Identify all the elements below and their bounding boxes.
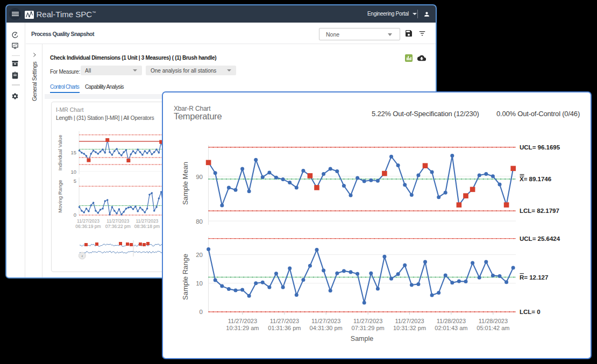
svg-text:Sample Range: Sample Range (181, 254, 189, 300)
svg-text:Sample Mean: Sample Mean (181, 162, 189, 205)
svg-text:Moving Range: Moving Range (57, 180, 63, 212)
svg-text:04:31:30 pm: 04:31:30 pm (310, 325, 343, 331)
svg-text:Length | (31) Station [I-MR] |: Length | (31) Station [I-MR] | All Opera… (56, 115, 154, 121)
svg-text:R= 12.127: R= 12.127 (520, 274, 548, 281)
svg-text:11/28/2023: 11/28/2023 (479, 318, 508, 324)
svg-text:15: 15 (70, 149, 76, 155)
svg-text:11/27/2023: 11/27/2023 (77, 218, 99, 224)
svg-text:80: 80 (196, 218, 203, 225)
svg-text:LCL= 0: LCL= 0 (520, 309, 541, 315)
svg-text:10:31:32 pm: 10:31:32 pm (393, 325, 426, 331)
svg-text:‹: ‹ (81, 254, 83, 259)
svg-text:10: 10 (70, 169, 76, 175)
svg-text:20: 20 (196, 252, 203, 258)
svg-text:06:36:19 pm: 06:36:19 pm (75, 224, 101, 229)
svg-text:11/27/2023: 11/27/2023 (136, 218, 158, 224)
svg-text:90: 90 (196, 174, 203, 180)
svg-text:I-MR Chart: I-MR Chart (56, 106, 83, 113)
svg-text:11/27/2023: 11/27/2023 (311, 318, 340, 324)
svg-text:0: 0 (200, 309, 203, 315)
svg-text:05:01:42 am: 05:01:42 am (477, 325, 509, 331)
svg-text:Individual Value: Individual Value (57, 135, 63, 170)
svg-text:11/27/2023: 11/27/2023 (270, 318, 299, 324)
svg-text:07:36:22 pm: 07:36:22 pm (105, 224, 131, 229)
svg-text:10: 10 (196, 280, 203, 287)
svg-text:11/27/2023: 11/27/2023 (106, 218, 129, 224)
svg-text:11/27/2023: 11/27/2023 (353, 318, 382, 324)
svg-text:07:31:29 pm: 07:31:29 pm (352, 325, 385, 331)
svg-text:11/27/2023: 11/27/2023 (228, 318, 257, 324)
svg-text:5: 5 (74, 178, 76, 184)
svg-text:0: 0 (74, 212, 76, 218)
svg-text:10:31:29 am: 10:31:29 am (226, 325, 259, 331)
svg-text:11/27/2023: 11/27/2023 (395, 318, 424, 324)
svg-text:UCL= 96.1695: UCL= 96.1695 (520, 144, 560, 151)
svg-text:01:31:36 pm: 01:31:36 pm (268, 325, 301, 331)
svg-text:08:36:18 pm: 08:36:18 pm (134, 224, 160, 229)
svg-text:02:01:43 am: 02:01:43 am (435, 325, 467, 331)
svg-text:X= 89.1746: X= 89.1746 (520, 176, 551, 182)
svg-text:UCL= 25.6424: UCL= 25.6424 (520, 235, 560, 242)
svg-text:11/28/2023: 11/28/2023 (437, 318, 466, 324)
svg-text:LCL= 82.1797: LCL= 82.1797 (520, 208, 559, 214)
svg-text:Sample: Sample (351, 335, 373, 342)
